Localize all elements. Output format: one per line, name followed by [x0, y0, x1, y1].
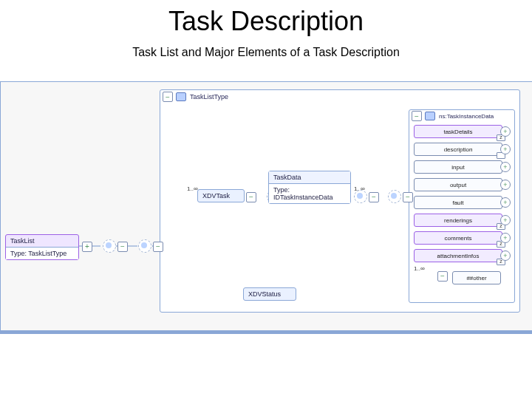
entity-taskdata[interactable]: TaskData Type: IDTaskInstanceData: [268, 171, 351, 204]
attr-other[interactable]: ##other: [452, 271, 501, 284]
expand-icon[interactable]: +: [500, 180, 511, 190]
instance-data-label: ns:TaskInstanceData: [439, 113, 494, 120]
attr-label: taskDetails: [443, 129, 472, 135]
expand-icon[interactable]: +: [500, 233, 511, 243]
entity-xdvtask[interactable]: XDVTask: [197, 189, 245, 202]
entity-name: XDVTask: [198, 190, 244, 202]
attr-input[interactable]: input+: [414, 160, 502, 174]
entity-name: TaskData: [269, 171, 350, 183]
expand-icon[interactable]: +: [500, 144, 511, 154]
expand-icon[interactable]: +: [82, 242, 92, 252]
container-label: TaskListType: [190, 93, 228, 100]
entity-name: XDVStatus: [244, 288, 296, 300]
cardinality-label: 1..∞: [414, 265, 425, 272]
cardinality-label: 1..∞: [187, 185, 198, 192]
expand-icon[interactable]: +: [500, 250, 511, 261]
instance-data-header: − ns:TaskInstanceData: [409, 110, 514, 122]
collapse-icon[interactable]: −: [412, 111, 422, 121]
attr-label: ##other: [466, 275, 486, 282]
attr-output[interactable]: output+: [414, 178, 502, 191]
expand-icon[interactable]: +: [500, 197, 511, 208]
collapse-icon[interactable]: −: [246, 192, 256, 202]
slide-title: Task Description: [0, 6, 532, 37]
instance-data-panel: − ns:TaskInstanceData taskDetails+ descr…: [409, 109, 515, 303]
collapse-icon[interactable]: −: [153, 242, 163, 252]
type-icon: [425, 112, 435, 120]
collapse-icon[interactable]: −: [369, 192, 379, 202]
collapse-icon[interactable]: −: [117, 242, 128, 252]
entity-type: Type: IDTaskInstanceData: [269, 183, 350, 203]
slide-subtitle: Task List and Major Elements of a Task D…: [0, 46, 532, 59]
entity-name: TaskList: [6, 235, 78, 247]
attr-comments[interactable]: comments+: [414, 231, 502, 245]
expand-icon[interactable]: +: [500, 126, 511, 137]
attr-renderings[interactable]: renderings+: [414, 214, 502, 227]
attr-label: input: [451, 164, 464, 171]
sequence-icon: [388, 190, 401, 203]
container-header: − TaskListType: [160, 90, 519, 103]
attr-description[interactable]: description+: [414, 143, 502, 156]
type-icon: [176, 92, 186, 101]
collapse-icon[interactable]: −: [403, 192, 413, 202]
attr-label: fault: [452, 200, 463, 206]
slide: Task Description Task List and Major Ele…: [0, 0, 532, 399]
attr-taskDetails[interactable]: taskDetails+: [414, 125, 502, 138]
attr-label: comments: [445, 235, 472, 242]
collapse-icon[interactable]: −: [163, 92, 173, 102]
attr-attachmentInfos[interactable]: attachmentInfos+: [414, 249, 502, 262]
attr-label: renderings: [444, 217, 472, 224]
choice-icon: [354, 190, 367, 203]
collapse-icon[interactable]: −: [437, 271, 448, 282]
expand-icon[interactable]: +: [500, 162, 511, 172]
attr-label: description: [444, 146, 473, 153]
expand-icon[interactable]: +: [500, 215, 511, 225]
diagram-canvas: − TaskListType − ns:TaskInstanceData tas…: [0, 81, 532, 334]
sequence-icon: [103, 239, 116, 253]
entity-xdvstatus[interactable]: XDVStatus: [243, 287, 296, 301]
entity-tasklist[interactable]: TaskList Type: TaskListType: [5, 234, 79, 260]
attr-fault[interactable]: fault+: [414, 196, 502, 209]
choice-icon: [138, 239, 151, 253]
attr-label: attachmentInfos: [437, 253, 480, 259]
attr-label: output: [450, 182, 466, 188]
entity-type: Type: TaskListType: [6, 247, 78, 259]
